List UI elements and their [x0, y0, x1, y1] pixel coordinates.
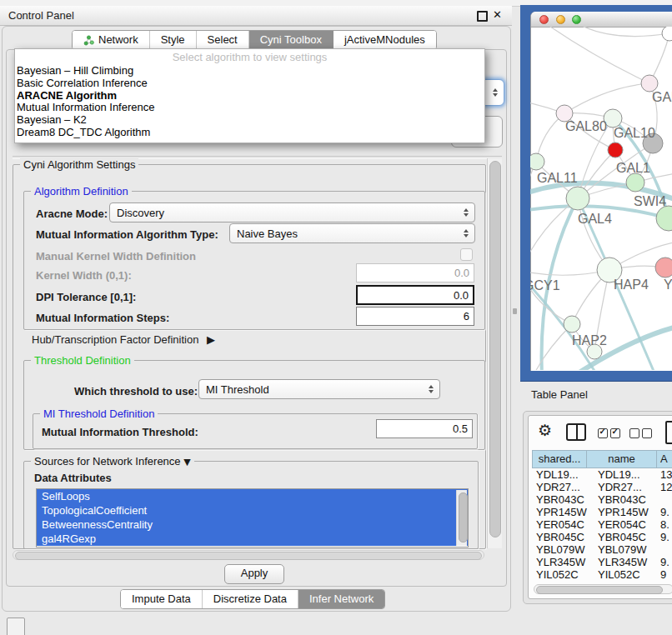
network-icon: [83, 35, 94, 46]
close-window-icon[interactable]: [539, 15, 549, 24]
settings-vertical-scrollbar-thumb[interactable]: [489, 161, 501, 538]
table-row[interactable]: YPR145WYPR145W9.: [532, 506, 672, 518]
settings-horizontal-scrollbar[interactable]: [13, 550, 484, 560]
mi-threshold-label: Mutual Information Threshold:: [42, 426, 198, 438]
algorithm-option-basic-correlation-inference[interactable]: Basic Correlation Inference: [15, 78, 484, 90]
clear-selection-checkboxes-icon[interactable]: [629, 428, 652, 438]
table-row[interactable]: YBR043CYBR043C: [532, 493, 672, 506]
apply-button[interactable]: Apply: [224, 564, 284, 584]
algorithm-option-bayesian-hill-climbing[interactable]: Bayesian – Hill Climbing: [15, 65, 484, 78]
node-red[interactable]: [608, 142, 623, 158]
algorithm-option-mutual-information-inference[interactable]: Mutual Information Inference: [15, 102, 484, 114]
zoom-window-icon[interactable]: [572, 15, 581, 24]
panel-resize-handle[interactable]: [513, 308, 517, 314]
network-edge: [550, 27, 649, 83]
cell: YDL19...: [536, 468, 579, 481]
node-label-hap4: HAP4: [614, 278, 649, 292]
close-panel-icon[interactable]: ✕: [493, 8, 502, 21]
node-label-gcy1: GCY1: [530, 278, 560, 292]
attribute-item-topologicalcoefficient[interactable]: TopologicalCoefficient: [37, 503, 468, 518]
list-scrollbar-thumb[interactable]: [459, 492, 468, 542]
table-icon-partial[interactable]: [665, 421, 672, 444]
mi-steps-field[interactable]: 6: [356, 307, 474, 326]
node-label-gal11: GAL11: [537, 171, 578, 185]
select-all-checkboxes-icon[interactable]: [598, 428, 620, 438]
tab-select[interactable]: Select: [197, 31, 249, 49]
table-row[interactable]: YER054CYER054C8.: [532, 518, 672, 531]
manual-kernel-width-label: Manual Kernel Width Definition: [36, 250, 196, 262]
tab-label: Network: [98, 31, 138, 49]
manual-kernel-width-checkbox[interactable]: [460, 248, 473, 261]
table-horizontal-scrollbar-thumb[interactable]: [536, 586, 663, 594]
list-scrollbar[interactable]: [456, 490, 467, 546]
gear-icon[interactable]: ⚙: [538, 421, 552, 439]
bottom-tab-label: Impute Data: [132, 590, 191, 608]
table-panel-body: ⚙ shared...nameA YDL19...YDL19...13YDR27…: [528, 415, 672, 599]
node-hap2[interactable]: [564, 316, 580, 332]
table-row[interactable]: YDL19...YDL19...13: [532, 468, 672, 481]
node-unlabeled-top[interactable]: [662, 27, 672, 41]
cell: YLR345W: [536, 556, 585, 568]
which-threshold-combo[interactable]: MI Threshold: [198, 379, 440, 399]
hub-definition-toggle[interactable]: Hub/Transcription Factor Definition ▶: [32, 333, 215, 346]
tab-network[interactable]: Network: [73, 31, 150, 49]
dpi-tolerance-field[interactable]: 0.0: [356, 285, 474, 305]
settings-horizontal-scrollbar-thumb[interactable]: [15, 552, 482, 560]
expand-arrow-icon[interactable]: ▶: [207, 333, 215, 346]
table-row[interactable]: YDR27...YDR27...12: [532, 481, 672, 493]
network-window-titlebar[interactable]: [531, 12, 672, 28]
table-header: shared...nameA: [532, 450, 672, 468]
attribute-item-betweennesscentrality[interactable]: BetweennessCentrality: [37, 518, 468, 532]
table-panel-titlebar: Table Panel: [517, 382, 672, 408]
data-attributes-list[interactable]: SelfLoopsTopologicalCoefficientBetweenne…: [36, 488, 469, 548]
bottom-tab-infer-network[interactable]: Infer Network: [298, 590, 384, 608]
cell: 8.: [660, 518, 669, 531]
algorithm-option-dream8-dc-tdc-algorithm[interactable]: Dream8 DC_TDC Algorithm: [15, 127, 484, 139]
column-header-a[interactable]: A: [657, 450, 672, 468]
node-gal11[interactable]: [530, 153, 544, 170]
network-edge: [564, 83, 649, 113]
cell: YIL052C: [536, 568, 579, 581]
node-swi4[interactable]: [656, 206, 672, 231]
node-gal-partial[interactable]: [641, 75, 658, 92]
tab-jactivemnodules[interactable]: jActiveMNodules: [333, 31, 436, 49]
settings-vertical-scrollbar[interactable]: [487, 158, 502, 548]
attribute-item-selfloops[interactable]: SelfLoops: [37, 489, 468, 503]
collapse-arrow-icon[interactable]: ▼: [183, 457, 190, 468]
node-gal4[interactable]: [566, 187, 589, 210]
node-label-hap2: HAP2: [572, 333, 607, 348]
cell: YDR27...: [536, 481, 580, 493]
split-view-icon[interactable]: [566, 423, 586, 441]
node-gal1[interactable]: [626, 173, 644, 192]
algorithm-definition-title: Algorithm Definition: [31, 185, 132, 198]
tab-cyni-toolbox[interactable]: Cyni Toolbox: [249, 31, 333, 49]
mi-threshold-field[interactable]: 0.5: [376, 419, 473, 438]
table-row[interactable]: YBR045CYBR045C9.: [532, 531, 672, 543]
kernel-width-field[interactable]: 0.0: [356, 263, 474, 282]
bottom-tab-impute-data[interactable]: Impute Data: [121, 590, 203, 608]
aracne-mode-combo[interactable]: Discovery: [109, 202, 475, 222]
cell: YBR045C: [536, 531, 584, 543]
algorithm-option-bayesian-k2[interactable]: Bayesian – K2: [15, 114, 484, 127]
tab-style[interactable]: Style: [150, 31, 197, 49]
table-horizontal-scrollbar[interactable]: [534, 584, 672, 594]
column-header-shared[interactable]: shared...: [532, 450, 587, 468]
table-row[interactable]: YIL052CYIL052C9: [532, 568, 672, 581]
table-row[interactable]: YLR345WYLR345W9.: [532, 556, 672, 568]
table-row[interactable]: YBL079WYBL079W: [532, 543, 672, 556]
column-header-name[interactable]: name: [587, 450, 657, 468]
attribute-item-gal4rgexp[interactable]: gal4RGexp: [37, 532, 468, 546]
cell: YIL052C: [598, 568, 640, 581]
algorithm-options: Bayesian – Hill ClimbingBasic Correlatio…: [15, 65, 484, 139]
float-window-icon[interactable]: [477, 11, 488, 22]
bottom-tab-discretize-data[interactable]: Discretize Data: [203, 590, 298, 608]
mi-algorithm-type-combo[interactable]: Naive Bayes: [229, 223, 475, 243]
cell: YDR27...: [598, 481, 642, 493]
algorithm-option-aracne-algorithm[interactable]: ARACNE Algorithm: [15, 90, 484, 102]
node-salmon[interactable]: [655, 258, 672, 278]
dpi-tolerance-label: DPI Tolerance [0,1]:: [36, 291, 136, 303]
minimize-window-icon[interactable]: [556, 15, 565, 24]
network-canvas[interactable]: GALGAL80GAL10GAL1GAL11SWI4GAL4GCY1HAP4YH…: [530, 27, 672, 370]
collapsed-panel-icon[interactable]: [7, 618, 25, 635]
table-panel-title: Table Panel: [531, 388, 588, 401]
